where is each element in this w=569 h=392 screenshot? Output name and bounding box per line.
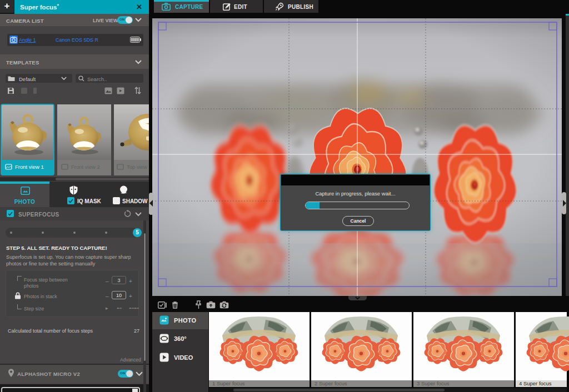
svg-text:3 Super focus: 3 Super focus [417, 380, 450, 386]
svg-text:4 Super focus: 4 Super focus [519, 380, 552, 386]
svg-text:Front view 2: Front view 2 [71, 164, 100, 170]
svg-text:Front view 1: Front view 1 [15, 164, 44, 170]
svg-text:2 Super focus: 2 Super focus [315, 380, 347, 386]
svg-text:1 Super focus: 1 Super focus [212, 380, 245, 386]
svg-text:Top view: Top view [127, 164, 147, 170]
